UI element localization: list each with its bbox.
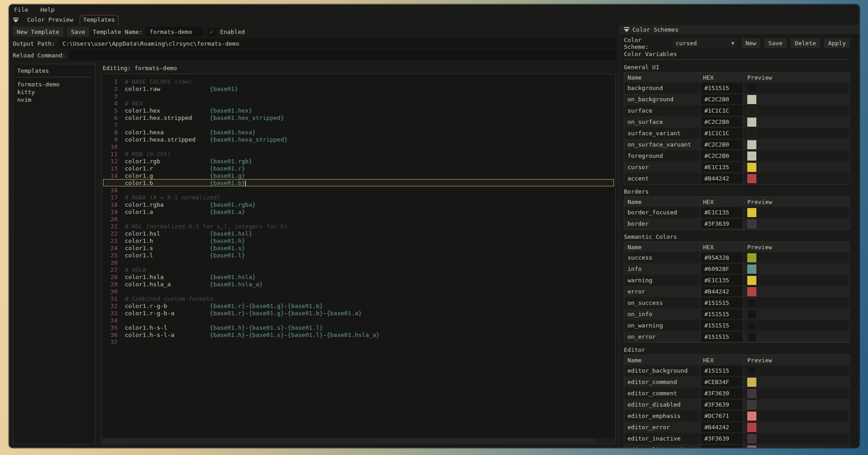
code-line[interactable]: 20 xyxy=(103,215,614,223)
reload-command-input[interactable] xyxy=(69,50,616,60)
code-line[interactable]: 8color1.hexa {base01.hexa} xyxy=(103,128,614,136)
hex-input[interactable]: #151515 xyxy=(701,366,742,375)
scheme-new-button[interactable]: New xyxy=(741,38,760,48)
code-line[interactable]: 7 xyxy=(103,121,614,128)
template-list-item[interactable]: formats-demo xyxy=(17,81,91,88)
color-swatch[interactable] xyxy=(747,106,756,115)
code-line[interactable]: 29color1.hsla_a {base01.hsla_a} xyxy=(103,280,614,288)
color-swatch[interactable] xyxy=(747,84,756,93)
color-swatch[interactable] xyxy=(747,118,756,127)
color-swatch[interactable] xyxy=(747,434,756,443)
tab-templates[interactable]: Templates xyxy=(80,15,118,25)
code-line[interactable]: 22color1.hsl {base01.hsl} xyxy=(103,230,614,237)
color-swatch[interactable] xyxy=(747,95,756,104)
color-swatch[interactable] xyxy=(747,140,756,149)
code-line[interactable]: 34 xyxy=(103,317,614,324)
hex-input[interactable]: #151515 xyxy=(701,83,742,93)
code-line[interactable]: 17# RGBA (A = 0-1 normalized) xyxy=(103,194,614,201)
code-line[interactable]: 6color1.hex.stripped {base01.hex_strippe… xyxy=(103,114,614,121)
menu-file[interactable]: File xyxy=(14,6,28,13)
color-schemes-header[interactable]: Color Schemes xyxy=(620,25,859,35)
code-line[interactable]: 37 xyxy=(103,338,614,346)
scheme-apply-button[interactable]: Apply xyxy=(824,38,850,48)
code-line[interactable]: 24color1.s {base01.s} xyxy=(103,244,614,251)
code-line[interactable]: 31# Combined custom formats xyxy=(103,295,614,302)
code-line[interactable]: 12color1.rgb {base01.rgb} xyxy=(103,157,614,165)
color-scheme-combo[interactable]: cursed ▼ xyxy=(672,38,737,48)
color-swatch[interactable] xyxy=(747,129,756,138)
code-line[interactable]: 10 xyxy=(103,143,614,150)
tab-color-preview[interactable]: Color Preview xyxy=(24,15,77,25)
color-swatch[interactable] xyxy=(747,446,756,448)
color-swatch[interactable] xyxy=(747,152,756,161)
collapse-triangle-icon[interactable] xyxy=(624,27,630,33)
color-swatch[interactable] xyxy=(747,423,756,432)
code-line[interactable]: 21# HSL (normalized 0-1 for s,l, integer… xyxy=(103,223,614,230)
color-swatch[interactable] xyxy=(747,321,756,330)
color-swatch[interactable] xyxy=(747,287,756,296)
menu-help[interactable]: Help xyxy=(40,6,54,13)
hex-input[interactable]: #151515 xyxy=(701,321,742,330)
hex-input[interactable]: #95A328 xyxy=(701,253,742,262)
hex-input[interactable]: #1C1C1C xyxy=(701,106,742,115)
scheme-delete-button[interactable]: Delete xyxy=(791,38,820,48)
hex-input[interactable]: #3F3639 xyxy=(701,389,742,398)
save-template-button[interactable]: Save xyxy=(67,27,89,37)
hex-input[interactable]: #151515 xyxy=(701,309,742,319)
hex-input[interactable]: #C2C2B0 xyxy=(701,117,742,127)
code-line[interactable]: 13color1.r {base01.r} xyxy=(103,165,614,172)
color-swatch[interactable] xyxy=(747,366,756,375)
hex-input[interactable]: #B44242 xyxy=(701,287,742,296)
code-line[interactable]: 19color1.a {base01.a} xyxy=(103,208,614,215)
code-line[interactable]: 23color1.h {base01.h} xyxy=(103,237,614,244)
code-line[interactable]: 36color1.h-s-l-a {base01.h}-{base01.s}-{… xyxy=(103,331,614,338)
hex-input[interactable]: #3F3639 xyxy=(701,434,742,443)
horizontal-scrollbar[interactable] xyxy=(102,438,615,444)
hex-input[interactable]: #86596C xyxy=(701,445,742,448)
hex-input[interactable]: #C2C2B0 xyxy=(701,95,742,104)
color-swatch[interactable] xyxy=(747,265,756,274)
color-swatch[interactable] xyxy=(747,412,756,421)
hex-input[interactable]: #60928F xyxy=(701,264,742,274)
code-line[interactable]: 3 xyxy=(103,92,614,100)
color-swatch[interactable] xyxy=(747,389,756,398)
hex-input[interactable]: #3F3639 xyxy=(701,400,742,409)
code-line[interactable]: 33color1.r-g-b-a {base01.r}-{base01.g}-{… xyxy=(103,309,614,317)
scheme-save-button[interactable]: Save xyxy=(764,38,787,48)
code-line[interactable]: 25color1.l {base01.l} xyxy=(103,251,614,259)
code-line[interactable]: 14color1.g {base01.g} xyxy=(103,172,614,179)
template-name-input[interactable]: formats-demo xyxy=(146,27,203,37)
code-editor[interactable]: 1# BASE COLORS (raw)2color1.raw {base01}… xyxy=(101,74,616,444)
code-line[interactable]: 26 xyxy=(103,259,614,266)
hex-input[interactable]: #DC7671 xyxy=(701,411,742,421)
color-swatch[interactable] xyxy=(747,208,756,217)
color-swatch[interactable] xyxy=(747,163,756,172)
hex-input[interactable]: #C2C2B0 xyxy=(701,140,742,149)
hex-input[interactable]: #3F3639 xyxy=(701,219,742,228)
color-swatch[interactable] xyxy=(747,332,756,341)
horizontal-scrollbar-thumb[interactable] xyxy=(103,439,596,443)
hex-input[interactable]: #CEB34F xyxy=(701,377,742,387)
color-swatch[interactable] xyxy=(747,253,756,262)
code-line[interactable]: 18color1.rgba {base01.rgba} xyxy=(103,201,614,208)
color-swatch[interactable] xyxy=(747,400,756,409)
hex-input[interactable]: #E1C135 xyxy=(701,275,742,285)
collapse-triangle-icon[interactable] xyxy=(13,18,19,23)
new-template-button[interactable]: New Template xyxy=(13,27,63,37)
code-line[interactable]: 4# HEX xyxy=(103,100,614,107)
color-swatch[interactable] xyxy=(747,299,756,308)
code-line[interactable]: 30 xyxy=(103,288,614,295)
code-line[interactable]: 2color1.raw {base01} xyxy=(103,85,614,92)
color-swatch[interactable] xyxy=(747,310,756,319)
hex-input[interactable]: #151515 xyxy=(701,298,742,308)
code-line[interactable]: 11# RGB (0-255) xyxy=(103,150,614,157)
code-line[interactable]: 5color1.hex {base01.hex} xyxy=(103,107,614,114)
code-line[interactable]: 28color1.hsla {base01.hsla} xyxy=(103,273,614,280)
code-line[interactable]: 16 xyxy=(103,186,614,194)
hex-input[interactable]: #B44242 xyxy=(701,422,742,432)
color-swatch[interactable] xyxy=(747,174,756,183)
enabled-checkbox[interactable]: ✓ xyxy=(207,27,217,37)
hex-input[interactable]: #C2C2B0 xyxy=(701,151,742,161)
color-swatch[interactable] xyxy=(747,219,756,228)
template-list-item[interactable]: kitty xyxy=(17,88,91,96)
